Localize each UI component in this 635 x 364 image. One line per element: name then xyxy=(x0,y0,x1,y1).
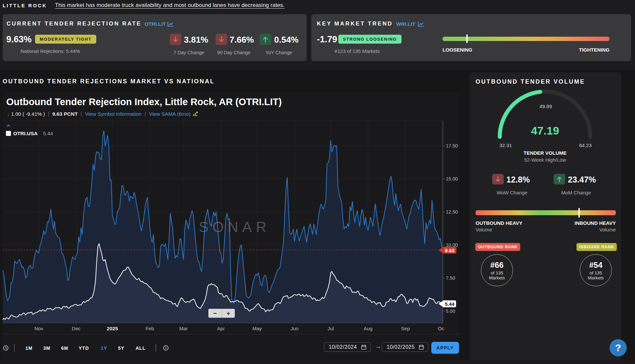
svg-text:7.50: 7.50 xyxy=(446,275,455,281)
svg-text:2025: 2025 xyxy=(107,326,118,331)
svg-text:Apr: Apr xyxy=(217,326,225,331)
svg-text:SONAR: SONAR xyxy=(199,219,270,235)
svg-text:Feb: Feb xyxy=(146,326,154,331)
svg-text:Oct: Oct xyxy=(438,326,446,331)
svg-text:9.63: 9.63 xyxy=(445,248,454,253)
svg-text:Mar: Mar xyxy=(179,326,188,331)
svg-text:5.00: 5.00 xyxy=(446,308,455,314)
svg-text:May: May xyxy=(252,326,262,331)
svg-text:Sep: Sep xyxy=(401,326,410,331)
svg-text:Jun: Jun xyxy=(290,326,298,331)
svg-text:5.44: 5.44 xyxy=(445,301,455,307)
svg-text:Nov: Nov xyxy=(34,326,43,331)
svg-text:15.00: 15.00 xyxy=(446,176,458,182)
svg-text:Aug: Aug xyxy=(364,326,373,331)
svg-text:12.50: 12.50 xyxy=(446,209,458,215)
svg-text:Jul: Jul xyxy=(327,326,334,331)
svg-text:Dec: Dec xyxy=(72,326,81,331)
svg-text:17.50: 17.50 xyxy=(446,143,458,148)
